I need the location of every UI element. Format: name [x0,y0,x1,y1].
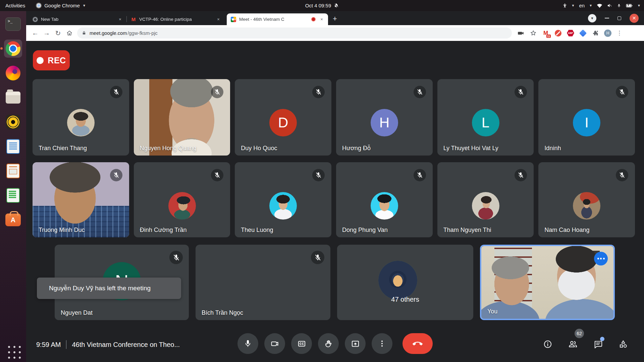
tab-new-tab[interactable]: New Tab × [29,13,126,25]
participant-tile[interactable]: H Hương Đỗ [336,79,433,156]
camera-button[interactable] [264,333,285,354]
participant-tile[interactable]: Theu Luong [235,162,331,237]
url-host: meet.google.com [90,31,127,36]
dock-item-app-grid[interactable] [4,344,22,362]
activities-button[interactable]: Activities [4,3,26,8]
captions-button[interactable] [291,333,312,354]
mic-off-icon [312,86,325,98]
address-bar[interactable]: meet.google.com/ggw-fksm-pjc [77,27,512,39]
close-icon[interactable]: × [117,16,123,22]
notification-toast: Nguyễn Duy Vỹ has left the meeting [37,278,181,299]
dock-item-impress[interactable] [4,162,22,180]
chevron-down-icon: ▼ [83,4,86,7]
more-options-button[interactable] [372,333,392,354]
mic-off-icon [311,251,324,264]
back-button[interactable]: ← [30,27,41,39]
participant-tile[interactable]: I Idninh [538,79,635,156]
meeting-title: 46th Vietnam Conference on Theo... [72,341,180,348]
profile-avatar[interactable]: H [604,29,611,37]
gmail-favicon: M [131,17,136,22]
others-tile[interactable]: 47 others [337,245,473,320]
dock: >_ A [0,11,26,362]
letter-avatar: H [371,109,398,136]
gmail-badge: 11 [546,35,551,38]
language-indicator[interactable]: en [579,3,585,8]
participant-tile[interactable]: Bích Trần Ngọc [196,245,330,320]
restore-button[interactable] [618,16,621,20]
blue-extension-icon[interactable] [579,29,587,37]
participant-name: Idninh [544,145,561,152]
new-tab-button[interactable]: + [333,15,337,22]
participant-name: Truong Minh Duc [39,227,85,234]
search-tabs-button[interactable]: ▼ [588,14,596,22]
close-icon[interactable]: × [319,16,325,22]
reload-button[interactable]: ↻ [52,27,64,39]
chrome-app-icon [36,3,42,8]
writer-icon [6,139,20,154]
present-button[interactable] [345,333,366,354]
tab-meet[interactable]: Meet - 46th Vietnam C × [227,13,328,25]
browser-menu-icon[interactable]: ⋮ [616,33,622,34]
leave-call-button[interactable] [402,333,433,354]
participant-tile[interactable]: Tham Nguyen Thi [437,162,534,237]
dock-item-firefox[interactable] [4,64,22,82]
clock[interactable]: Oct 4 09:59 [305,3,331,8]
raise-hand-button[interactable] [318,333,339,354]
minimize-button[interactable] [605,18,609,18]
divider [66,340,66,349]
mic-button[interactable] [237,333,258,354]
camera-in-use-icon[interactable] [517,29,525,37]
window-close-button[interactable]: ✕ [630,14,639,23]
activities-button[interactable] [616,338,630,351]
extensions-puzzle-icon[interactable] [592,29,599,37]
dock-item-writer[interactable] [4,137,22,156]
forward-button[interactable]: → [41,27,52,39]
recording-badge: REC [33,50,70,70]
chevron-down-icon: ▼ [637,4,641,7]
ublock-extension-icon[interactable] [554,29,562,37]
participant-tile[interactable]: Đinh Cường Trần [134,162,230,237]
participant-tile[interactable]: Tran Chien Thang [33,79,129,156]
microphone-icon[interactable] [617,3,621,8]
participant-name: Nguyen Dat [61,309,93,316]
participant-name: You [487,308,497,315]
self-view-tile[interactable]: You [480,245,615,320]
meeting-details-button[interactable] [541,338,554,351]
dock-item-rhythmbox[interactable] [4,113,22,131]
wifi-icon[interactable] [597,3,602,8]
participant-tile[interactable]: Nam Cao Hoang [538,162,635,237]
dock-item-files[interactable] [4,88,22,107]
home-button[interactable] [64,27,75,39]
app-menu[interactable]: Google Chrome ▼ [36,3,86,8]
bookmark-star-icon[interactable] [530,29,537,37]
tab-recording-icon [311,17,316,21]
files-icon [6,92,20,104]
volume-muted-icon[interactable] [607,3,612,8]
mic-off-icon [211,169,223,181]
participant-tile[interactable]: Nguyen Hong Quang [134,79,230,156]
more-options-icon[interactable] [594,252,608,265]
chat-button[interactable] [591,338,605,351]
dock-item-terminal[interactable]: >_ [4,15,22,33]
participant-tile[interactable]: Dong Phung Van [336,162,433,237]
recording-dot-icon [37,57,44,64]
participant-tile[interactable]: L Ly Thuyet Hoi Vat Ly [437,79,534,156]
participants-button[interactable]: 62 [566,338,580,351]
gmail-extension-icon[interactable]: M11 [542,29,549,37]
meet-page: REC Tran Chien Thang Nguyen Hong Quang D [26,41,644,362]
screen: Activities Google Chrome ▼ Oct 4 09:59 ▼… [0,0,644,362]
close-icon[interactable]: × [215,16,221,22]
participant-name: Dong Phung Van [342,227,388,234]
chrome-icon [6,41,20,56]
tab-vctp[interactable]: M VCTP-46: Online participa × [127,13,225,25]
battery-icon[interactable] [626,3,633,8]
dock-item-chrome[interactable] [4,40,22,58]
dock-item-calc[interactable] [4,186,22,204]
terminal-icon: >_ [5,17,21,31]
participant-tile[interactable]: D Duy Ho Quoc [235,79,331,156]
accessibility-icon[interactable] [562,3,567,8]
dock-item-software[interactable]: A [4,211,22,229]
participant-tile[interactable]: Truong Minh Duc [33,162,129,237]
meeting-time: 9:59 AM [36,341,61,348]
adblock-plus-extension-icon[interactable]: ABP [567,29,574,37]
